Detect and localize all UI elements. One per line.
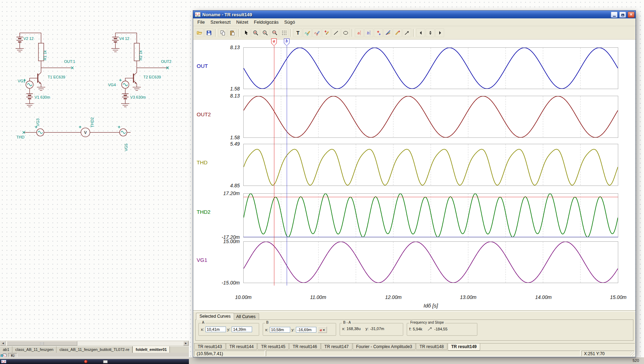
status-xy: X:251 Y:70 (582, 351, 634, 356)
plot-panel-thd2[interactable] (243, 193, 618, 237)
probe-cross-button[interactable] (312, 28, 321, 37)
b-x-label: x: (265, 328, 268, 332)
slope-tool-button[interactable] (402, 28, 411, 37)
y-max-thd2: 17.20m (202, 190, 240, 196)
cursor-b-tool-button[interactable]: b (364, 28, 373, 37)
menu-file[interactable]: File (195, 19, 208, 25)
menu-nezet[interactable]: Nézet (233, 19, 251, 25)
menu-sugo[interactable]: Súgó (281, 19, 298, 25)
scroll-left-icon[interactable]: ◄ (0, 341, 6, 346)
pen-plus-button[interactable] (393, 28, 402, 37)
maximize-button[interactable] (619, 12, 626, 18)
next-page-button[interactable] (435, 28, 444, 37)
schematic-tab-ab1[interactable]: ab1 (0, 346, 12, 353)
prev-page-button[interactable] (416, 28, 425, 37)
diff-y-label: y: (365, 327, 369, 331)
plot-panel-out2[interactable] (243, 96, 618, 138)
traces-button[interactable] (383, 28, 392, 37)
slope-icon (427, 327, 433, 331)
line-tool-button[interactable] (332, 28, 340, 37)
schematic-tab-foldelt-emitter01[interactable]: foldelt_emitter01 (132, 346, 170, 353)
paste-button[interactable] (228, 28, 237, 37)
cursor-a-vline[interactable] (274, 46, 274, 286)
group-freq-caption: Frequency and Slope (409, 321, 445, 324)
pointer-button[interactable] (242, 28, 250, 37)
maximize-icon (621, 14, 624, 16)
taskbar-app-icon[interactable] (103, 360, 108, 363)
plot-panel-thd[interactable] (243, 144, 618, 186)
minimize-button[interactable] (611, 12, 618, 18)
probe-pen-button[interactable] (322, 28, 331, 37)
page-spinner[interactable] (426, 28, 435, 37)
toolbar: 100 T a b (193, 26, 636, 40)
label-out1: OUT:1 (64, 59, 75, 64)
diff-y-value: -31,07m (370, 327, 384, 331)
result-tab-147[interactable]: TR result147 (321, 344, 352, 350)
zoom-out-button[interactable] (261, 28, 269, 37)
plot-panel-vg1[interactable] (243, 241, 618, 283)
b-y-field[interactable] (296, 327, 316, 333)
y-min-thd: 4.85 (202, 183, 240, 188)
close-button[interactable]: × (628, 12, 634, 18)
toolbar-separator (238, 29, 240, 37)
tab-all-curves[interactable]: All Curves (233, 313, 259, 320)
y-max-vg1: 15.00m (202, 239, 240, 244)
group-diff-caption: B - A (342, 321, 352, 324)
save-button[interactable] (204, 28, 213, 37)
text-tool-button[interactable]: T (293, 28, 302, 37)
cursor-a-hline[interactable] (243, 197, 618, 197)
marker-plus-button[interactable] (374, 28, 383, 37)
curve-name-out2: OUT2 (197, 111, 211, 117)
resize-grip[interactable] (630, 352, 635, 356)
titlebar[interactable]: Noname - TR result149 × (193, 11, 636, 18)
label-t2: T2 EC639 (143, 75, 161, 79)
menu-feldolgozas[interactable]: Feldolgozás (251, 19, 281, 25)
minimize-icon (613, 16, 616, 17)
plot-bottom-separator (193, 310, 636, 312)
label-t1: T1 EC639 (48, 75, 65, 79)
result-tab-144[interactable]: TR result144 (226, 344, 257, 350)
schematic-tab-class-ab-11-feszgen-butitott[interactable]: class_AB_11_feszgen_butitott_TL072-re (56, 346, 132, 353)
cursor-a-tool-button[interactable]: a (355, 28, 364, 37)
status-coords: (10.55m,7.41) (194, 351, 265, 356)
group-a-caption: A (201, 321, 205, 324)
b-x-field[interactable] (270, 327, 290, 333)
toolbar-separator (290, 29, 292, 37)
a-x-field[interactable] (205, 327, 226, 332)
result-tab-146[interactable]: TR result146 (289, 344, 321, 350)
result-tab-145[interactable]: TR result145 (257, 344, 289, 350)
result-tab-143[interactable]: TR result143 (194, 344, 226, 350)
result-tab-149[interactable]: TR result149 (448, 344, 480, 351)
x-tick-0: 10.00m (231, 294, 256, 300)
result-tab-fourier[interactable]: Fourier - Complex Amplitude3 (353, 344, 416, 350)
scroll-right-icon[interactable]: ► (183, 341, 189, 346)
schematic-hscrollbar[interactable]: ◄ ► (0, 341, 189, 346)
grid-dots-button[interactable] (280, 28, 288, 37)
scrollbar-thumb[interactable] (7, 341, 77, 346)
probe-wave-button[interactable] (303, 28, 312, 37)
schematic-tab-bar: ab1 class_AB_11_feszgen class_AB_11_fesz… (0, 346, 189, 353)
result-tab-148[interactable]: TR result148 (416, 344, 447, 350)
cursor-a-letter: a (273, 39, 275, 46)
label-out2: OUT2 (161, 59, 171, 64)
window-app-icon (195, 12, 201, 17)
label-r2: R2 1k (139, 50, 143, 60)
zoom-100-button[interactable]: 100 (270, 28, 279, 37)
schematic-tab-class-ab-11-feszgen[interactable]: class_AB_11_feszgen (12, 346, 56, 353)
ellipse-tool-button[interactable] (341, 28, 350, 37)
cursor-b-hline[interactable] (243, 237, 618, 237)
zoom-in-button[interactable] (251, 28, 260, 37)
taskbar-tina-icon[interactable] (1, 360, 6, 363)
open-button[interactable] (195, 28, 204, 37)
copy-button[interactable] (218, 28, 227, 37)
a-y-field[interactable] (232, 327, 252, 332)
tab-selected-curves[interactable]: Selected Curves (196, 313, 234, 320)
label-thd: THD (17, 135, 25, 139)
menu-szerkeszt[interactable]: Szerkeszt (208, 19, 233, 25)
plot-panel-out[interactable] (243, 47, 618, 89)
jump-to-a-button[interactable]: a ◄ (318, 327, 327, 333)
cursor-readout-panel: A x: y: B x: y: a ◄ (195, 319, 633, 341)
taskbar-record-icon[interactable] (84, 360, 88, 363)
schematic-canvas[interactable]: V V2 12 R1 1k OUT:1 T1 EC639 VG1 V1 630m… (0, 0, 198, 157)
cursor-b-vline[interactable] (287, 46, 287, 286)
